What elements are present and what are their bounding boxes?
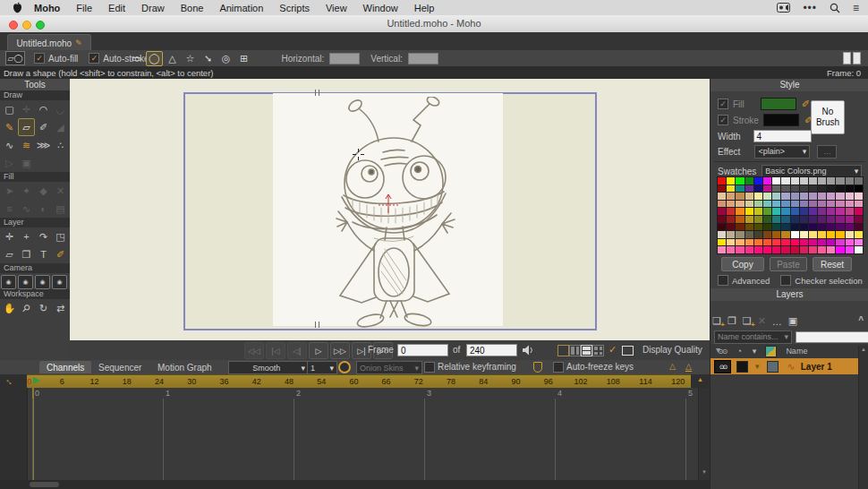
palette-swatch-r2c3[interactable] (745, 193, 753, 200)
shape-grid-button[interactable]: ⊞ (235, 51, 252, 66)
palette-swatch-r7c0[interactable] (718, 231, 726, 238)
fill-color-swatch[interactable] (761, 98, 796, 110)
palette-swatch-r7c12[interactable] (827, 231, 835, 238)
palette-swatch-r4c11[interactable] (818, 208, 826, 215)
interp-count-select[interactable]: 1▾ (307, 361, 337, 374)
shape-oval-button[interactable]: ◯ (146, 51, 163, 66)
palette-swatch-r7c3[interactable] (745, 231, 753, 238)
playhead-marker[interactable] (33, 377, 40, 384)
palette-swatch-r9c2[interactable] (736, 246, 744, 253)
pan-tilt-camera-tool[interactable]: ◉ (52, 275, 67, 289)
tab-motion-graph[interactable]: Motion Graph (150, 361, 219, 373)
relative-keyframing-checkbox[interactable]: ✓ (424, 362, 435, 373)
track-camera-tool[interactable]: ◉ (1, 275, 16, 289)
palette-swatch-r9c5[interactable] (763, 246, 771, 253)
palette-swatch-r1c12[interactable] (827, 185, 835, 193)
new-group-icon[interactable]: ❏+ (743, 315, 752, 327)
shape-spiral-button[interactable]: ◎ (217, 51, 234, 66)
palette-swatch-r4c2[interactable] (736, 208, 744, 215)
shape-star-button[interactable]: ☆ (182, 51, 199, 66)
palette-swatch-r8c14[interactable] (846, 239, 854, 246)
rotate-layer-xy-tool[interactable]: ◳ (52, 227, 69, 245)
palette-swatch-r5c12[interactable] (827, 216, 835, 223)
effect-select[interactable]: <plain>▾ (754, 145, 810, 159)
menu-item-edit[interactable]: Edit (100, 3, 133, 13)
layer-visibility-toggle[interactable]: ⊙⊙ (714, 360, 731, 373)
auto-fill-checkbox[interactable]: ✓ (34, 53, 45, 64)
palette-swatch-r2c2[interactable] (736, 193, 744, 200)
palette-swatch-r6c11[interactable] (818, 224, 826, 231)
auto-freeze-checkbox[interactable]: ✓ (553, 362, 564, 373)
effect-more-button[interactable]: … (817, 145, 837, 159)
keyframe-shield-icon[interactable] (533, 362, 542, 373)
palette-swatch-r4c13[interactable] (836, 208, 844, 215)
layer-expand-arrow[interactable]: ▾ (755, 362, 760, 371)
view-split-vertical-button[interactable] (569, 345, 581, 356)
palette-swatch-r8c3[interactable] (745, 239, 753, 246)
palette-swatch-r8c1[interactable] (727, 239, 735, 246)
menu-item-file[interactable]: File (68, 3, 100, 13)
palette-swatch-r7c10[interactable] (809, 231, 817, 238)
interpolation-select[interactable]: Smooth▾ (228, 361, 309, 374)
transform-layer-tool[interactable]: ✛ (1, 227, 18, 245)
palette-swatch-r3c1[interactable] (727, 201, 735, 208)
palette-swatch-r7c11[interactable] (818, 231, 826, 238)
play-button[interactable]: ▷ (309, 342, 328, 359)
stroke-width-input[interactable]: 4 (753, 130, 812, 142)
palette-swatch-r9c12[interactable] (827, 246, 835, 253)
palette-swatch-r3c5[interactable] (763, 201, 771, 208)
palette-swatch-r5c5[interactable] (763, 216, 771, 223)
palette-swatch-r4c3[interactable] (745, 208, 753, 215)
palette-swatch-r5c11[interactable] (818, 216, 826, 223)
palette-swatch-r6c10[interactable] (809, 224, 817, 231)
step-back-button[interactable]: ◁| (287, 342, 307, 359)
copy-button[interactable]: Copy (721, 257, 764, 271)
palette-swatch-r7c6[interactable] (772, 231, 780, 238)
palette-swatch-r0c15[interactable] (855, 177, 863, 184)
palette-swatch-r3c6[interactable] (772, 201, 780, 208)
palette-swatch-r2c9[interactable] (800, 193, 808, 200)
palette-swatch-r3c2[interactable] (736, 201, 744, 208)
vertical-input[interactable] (408, 53, 438, 64)
fast-forward-button[interactable]: ▷▷ (330, 342, 350, 359)
palette-swatch-r2c1[interactable] (727, 193, 735, 200)
palette-swatch-r9c6[interactable] (772, 246, 780, 253)
insert-text-tool[interactable]: T (35, 245, 52, 263)
menu-item-draw[interactable]: Draw (133, 3, 173, 13)
pan-workspace-tool[interactable]: ✋ (1, 299, 18, 317)
palette-swatch-r2c12[interactable] (827, 193, 835, 200)
palette-swatch-r0c7[interactable] (781, 177, 789, 184)
palette-swatch-r8c2[interactable] (736, 239, 744, 246)
menu-item-moho[interactable]: Moho (26, 3, 68, 13)
palette-swatch-r7c1[interactable] (727, 231, 735, 238)
menu-item-window[interactable]: Window (355, 3, 406, 13)
palette-swatch-r6c15[interactable] (855, 224, 863, 231)
follow-path-tool[interactable]: ↷ (35, 227, 52, 245)
palette-swatch-r8c5[interactable] (763, 239, 771, 246)
palette-swatch-r1c9[interactable] (800, 185, 808, 193)
palette-swatch-r3c9[interactable] (800, 201, 808, 208)
palette-swatch-r0c14[interactable] (846, 177, 854, 184)
palette-swatch-r6c0[interactable] (718, 224, 726, 231)
layer-search-input[interactable] (796, 331, 868, 343)
select-points-tool[interactable]: ▢ (1, 100, 18, 118)
palette-swatch-r9c8[interactable] (791, 246, 799, 253)
document-tab[interactable]: Untitled.moho ✎ (7, 34, 91, 51)
window-title-bar[interactable]: Untitled.moho - Moho (0, 15, 868, 33)
palette-swatch-r5c1[interactable] (727, 216, 735, 223)
menu-item-scripts[interactable]: Scripts (271, 3, 318, 13)
palette-swatch-r8c15[interactable] (855, 239, 863, 246)
palette-swatch-r8c4[interactable] (754, 239, 762, 246)
add-point-tool[interactable]: ◠ (35, 100, 52, 118)
palette-swatch-r5c10[interactable] (809, 216, 817, 223)
palette-swatch-r2c15[interactable] (855, 193, 863, 200)
palette-swatch-r2c14[interactable] (846, 193, 854, 200)
advanced-checkbox[interactable]: ✓ (718, 275, 728, 286)
layer-name[interactable]: Layer 1 (801, 362, 832, 372)
horizontal-input[interactable] (329, 53, 360, 64)
zoom-camera-tool[interactable]: ◉ (18, 275, 33, 289)
palette-swatch-r6c14[interactable] (846, 224, 854, 231)
timeline-horizontal-scrollbar[interactable] (0, 480, 710, 489)
name-contains-select[interactable]: Name contains...▾ (714, 330, 792, 344)
palette-swatch-r6c2[interactable] (736, 224, 744, 231)
